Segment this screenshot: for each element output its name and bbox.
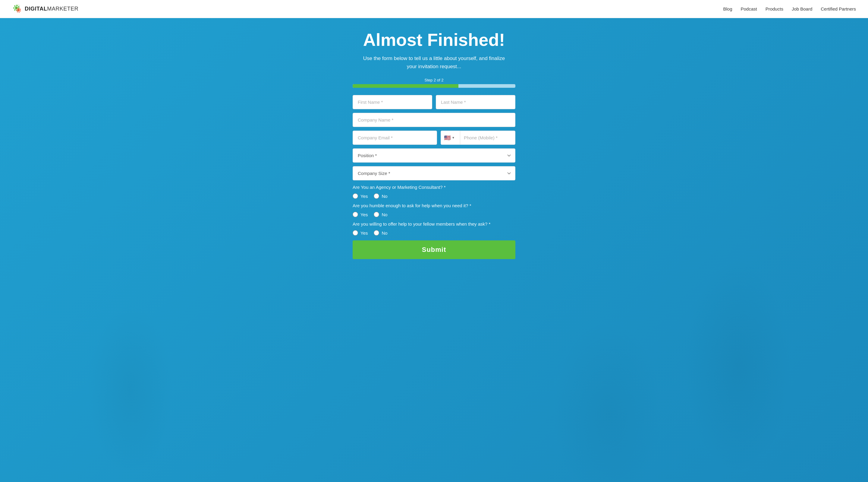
logo[interactable]: DIGITALMARKETER bbox=[12, 4, 79, 15]
nav-blog[interactable]: Blog bbox=[723, 6, 732, 11]
agency-options: Yes No bbox=[352, 193, 516, 199]
progress-area: Step 2 of 2 bbox=[352, 78, 516, 88]
help-no-label[interactable]: No bbox=[374, 230, 387, 235]
help-yes-label[interactable]: Yes bbox=[352, 230, 368, 235]
last-name-input[interactable] bbox=[436, 95, 516, 109]
agency-question-label: Are You an Agency or Marketing Consultan… bbox=[352, 184, 516, 190]
help-question-group: Are you willing to offer help to your fe… bbox=[352, 221, 516, 235]
hero-subtitle: Use the form below to tell us a little a… bbox=[359, 54, 509, 70]
humble-no-radio[interactable] bbox=[374, 212, 379, 217]
agency-no-label[interactable]: No bbox=[374, 193, 387, 199]
svg-point-1 bbox=[18, 9, 20, 11]
progress-label: Step 2 of 2 bbox=[352, 78, 516, 82]
humble-yes-label[interactable]: Yes bbox=[352, 212, 368, 217]
logo-icon bbox=[12, 4, 23, 15]
flag-dropdown-icon: ▼ bbox=[452, 136, 455, 139]
agency-no-radio[interactable] bbox=[374, 193, 379, 199]
hero-title: Almost Finished! bbox=[363, 30, 505, 50]
header: DIGITALMARKETER Blog Podcast Products Jo… bbox=[0, 0, 868, 18]
phone-row: 🇺🇸 ▼ bbox=[441, 131, 516, 145]
company-name-input[interactable] bbox=[352, 113, 516, 127]
agency-yes-label[interactable]: Yes bbox=[352, 193, 368, 199]
help-yes-radio[interactable] bbox=[352, 230, 358, 235]
nav-job-board[interactable]: Job Board bbox=[792, 6, 812, 11]
phone-flag-select[interactable]: 🇺🇸 ▼ bbox=[441, 131, 460, 144]
progress-bar-fill bbox=[352, 84, 458, 88]
name-row bbox=[352, 95, 516, 109]
humble-question-label: Are you humble enough to ask for help wh… bbox=[352, 202, 516, 209]
logo-text: DIGITALMARKETER bbox=[25, 6, 79, 12]
nav: Blog Podcast Products Job Board Certifie… bbox=[723, 6, 856, 11]
phone-input[interactable] bbox=[460, 131, 516, 144]
nav-podcast[interactable]: Podcast bbox=[741, 6, 757, 11]
submit-button[interactable]: Submit bbox=[352, 240, 516, 259]
email-phone-row: 🇺🇸 ▼ bbox=[352, 131, 516, 145]
company-email-input[interactable] bbox=[352, 131, 437, 145]
progress-bar-background bbox=[352, 84, 516, 88]
position-select[interactable]: Position * Owner/Founder CMO/VP Marketin… bbox=[352, 148, 516, 163]
company-size-select[interactable]: Company Size * 1-10 11-50 51-200 201-500… bbox=[352, 166, 516, 180]
nav-products[interactable]: Products bbox=[766, 6, 783, 11]
form: 🇺🇸 ▼ Position * Owner/Founder CMO/VP Mar… bbox=[352, 95, 516, 259]
humble-no-label[interactable]: No bbox=[374, 212, 387, 217]
help-question-label: Are you willing to offer help to your fe… bbox=[352, 221, 516, 227]
first-name-input[interactable] bbox=[352, 95, 432, 109]
agency-yes-radio[interactable] bbox=[352, 193, 358, 199]
help-options: Yes No bbox=[352, 230, 516, 235]
humble-question-group: Are you humble enough to ask for help wh… bbox=[352, 202, 516, 217]
humble-yes-radio[interactable] bbox=[352, 212, 358, 217]
hero-content: Almost Finished! Use the form below to t… bbox=[0, 18, 868, 283]
us-flag-icon: 🇺🇸 bbox=[444, 135, 451, 141]
help-no-radio[interactable] bbox=[374, 230, 379, 235]
hero-section: Almost Finished! Use the form below to t… bbox=[0, 18, 868, 482]
agency-question-group: Are You an Agency or Marketing Consultan… bbox=[352, 184, 516, 199]
nav-certified-partners[interactable]: Certified Partners bbox=[821, 6, 856, 11]
humble-options: Yes No bbox=[352, 212, 516, 217]
